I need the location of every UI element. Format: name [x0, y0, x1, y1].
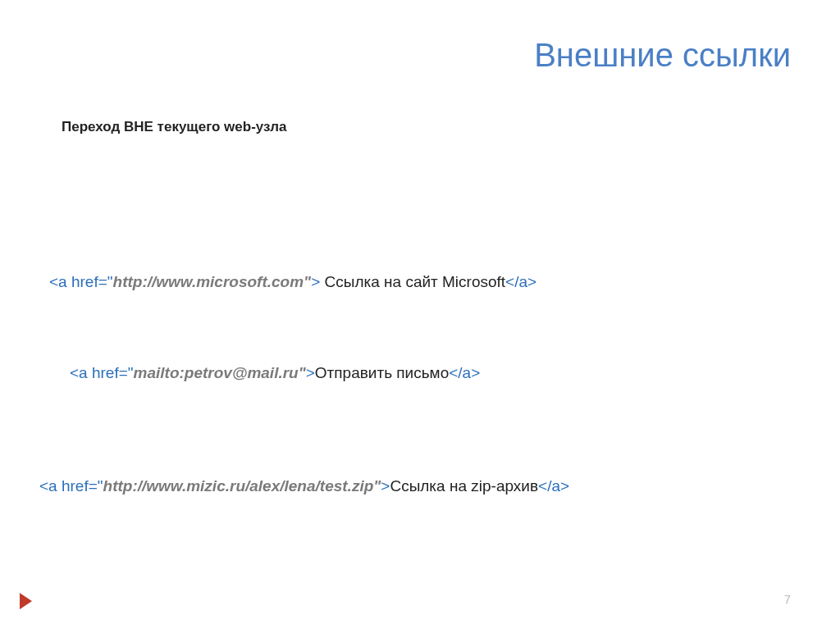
link-text: Отправить письмо: [315, 364, 449, 381]
code-example-3: <a href="http://www.mizic.ru/alex/lena/t…: [39, 477, 569, 495]
quote-close: ": [299, 364, 306, 381]
tag-close: </a>: [449, 364, 480, 381]
tag-close: </a>: [538, 477, 569, 495]
tag-open: <a href=": [39, 477, 103, 495]
quote-close: ": [373, 477, 381, 495]
url-text: http://www.microsoft.com: [113, 273, 304, 290]
link-text: Ссылка на zip-архив: [390, 477, 538, 495]
tag-close: </a>: [505, 273, 536, 290]
code-example-1: <a href="http://www.microsoft.com"> Ссыл…: [49, 273, 536, 291]
tag-bracket-close: >: [381, 477, 390, 495]
url-text: http://www.mizic.ru/alex/lena/test.zip: [103, 477, 374, 495]
tag-open: <a href=": [49, 273, 113, 290]
tag-bracket-close: >: [306, 364, 315, 381]
quote-close: ": [304, 273, 311, 290]
page-number: 7: [784, 592, 791, 606]
code-example-2: <a href="mailto:petrov@mail.ru">Отправит…: [70, 364, 480, 382]
slide-subtitle: Переход ВНЕ текущего web-узла: [62, 119, 287, 135]
slide-title: Внешние ссылки: [534, 37, 791, 74]
link-text: Ссылка на сайт Microsoft: [325, 273, 506, 290]
next-marker-icon: [20, 593, 32, 609]
tag-bracket-close: >: [311, 273, 324, 290]
tag-open: <a href=": [70, 364, 134, 381]
url-text: mailto:petrov@mail.ru: [134, 364, 299, 381]
